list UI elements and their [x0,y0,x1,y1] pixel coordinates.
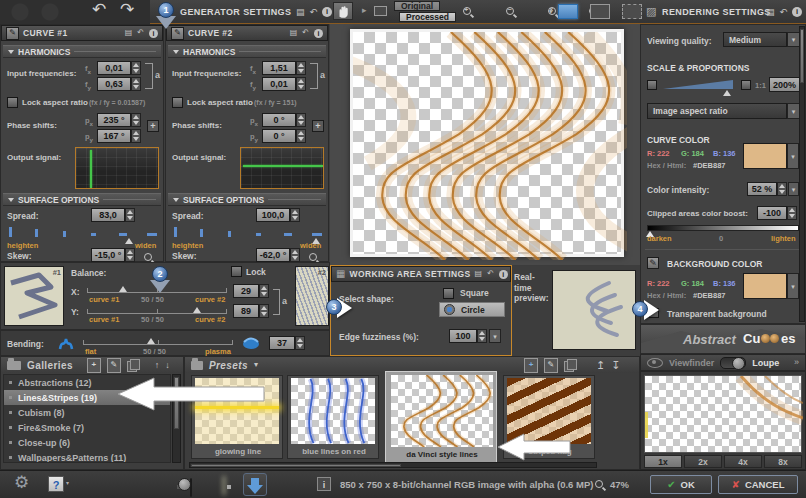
hints-toggle[interactable] [190,478,192,497]
help-button[interactable]: ? [48,476,64,492]
viewfinder-label[interactable]: Viewfinder [669,358,714,368]
freq-autolink-icon[interactable]: a [320,70,325,80]
spread-field[interactable]: 100,0 [256,208,290,222]
px-spinner[interactable] [296,113,306,127]
balance-y-spinner[interactable] [259,304,269,318]
spread-slider[interactable] [172,227,322,239]
gallery-add-icon[interactable]: + [87,358,101,373]
skew-spinner[interactable] [290,248,300,262]
xy-autolink-icon[interactable]: a [282,296,287,306]
panel-reset-icon[interactable]: ↶ [780,8,788,17]
preset-tile[interactable]: blue lines on red [287,375,379,459]
skew-field[interactable]: -15,0 ° [91,248,125,262]
preset-add-icon[interactable]: + [524,358,538,373]
color-intensity-dropdown[interactable]: ▾ [788,182,799,196]
spread-spinner[interactable] [290,208,300,222]
panel-menu-icon[interactable]: ▤ [475,270,483,278]
skew-field[interactable]: -62,0 ° [256,248,290,262]
bg-color-swatch[interactable] [743,273,787,299]
color-intensity-field[interactable]: 52 % [747,182,777,196]
viewfinder-loupe-toggle[interactable] [720,357,746,369]
scale-slider[interactable] [663,78,735,92]
ok-button[interactable]: ✔ OK [650,475,712,494]
spread-spinner[interactable] [125,208,135,222]
phase-plus-button[interactable]: + [312,120,324,132]
loupe-zoom-1x[interactable]: 1x [644,455,682,468]
canvas-image[interactable] [350,29,624,257]
balance-y-slider[interactable] [87,313,227,314]
balance-y-field[interactable]: 89 [233,304,259,318]
background-color-checkbox[interactable]: ✎ [647,257,659,269]
zoom-out-icon[interactable]: − [505,6,518,19]
shape-circle-option[interactable]: Circle [439,302,505,317]
fx-spinner[interactable] [131,61,141,75]
panel-reset-icon[interactable]: ↶ [310,8,318,17]
curve1-harmonics-bar[interactable]: HARMONICS [3,45,161,58]
spread-marker[interactable] [125,238,133,244]
boost-spinner[interactable] [787,206,797,220]
freq-link-bracket[interactable] [310,63,318,89]
actual-size-icon[interactable] [590,4,610,19]
shape-square-option[interactable]: Square [439,286,505,300]
pencil-icon[interactable]: ✎ [6,27,19,40]
curve2-lock-aspect-checkbox[interactable] [172,97,183,108]
loupe-preview[interactable] [644,375,802,453]
freq-link-bracket[interactable] [145,63,153,89]
hand-tool-button[interactable] [333,2,353,20]
preset-download-icon[interactable]: ↧ [611,360,620,371]
fy-field[interactable]: 0,01 [262,77,296,91]
zoom-in-icon[interactable]: + [462,6,475,19]
panel-reset-icon[interactable]: ↶ [302,29,309,37]
curve2-surface-bar[interactable]: SURFACE OPTIONS [168,193,326,206]
boost-field[interactable]: -100 [757,206,787,220]
status-zoom-value[interactable]: 47% [610,479,629,490]
curve-color-swatch[interactable] [743,143,787,169]
preset-copy-icon[interactable] [564,359,576,372]
edge-fuzziness-field[interactable]: 100 [449,329,477,343]
px-spinner[interactable] [131,113,141,127]
panel-menu-icon[interactable]: ▤ [125,29,133,37]
canvas-area[interactable] [330,24,640,265]
panel-menu-icon[interactable]: ▤ [290,29,298,37]
balance-x-marker[interactable] [119,286,127,292]
scale-value-field[interactable]: 200% [769,77,800,92]
panel-info-icon[interactable]: i [792,7,802,17]
loupe-zoom-8x[interactable]: 8x [764,455,802,468]
scale-marker[interactable] [723,90,731,96]
scale-left-checkbox[interactable] [647,80,657,90]
gallery-edit-icon[interactable]: ✎ [107,358,121,373]
panel-info-icon[interactable]: i [314,29,323,38]
balance-lock-checkbox[interactable] [231,266,242,277]
loupe-label[interactable]: Loupe [752,358,779,368]
fx-field[interactable]: 1,51 [262,61,296,75]
gallery-copy-icon[interactable] [127,359,139,372]
balance-y-marker[interactable] [193,307,201,313]
panel-info-icon[interactable]: i [322,7,332,17]
curve2-harmonics-bar[interactable]: HARMONICS [168,45,326,58]
fy-spinner[interactable] [296,77,306,91]
panel-reset-icon[interactable]: ↶ [487,270,494,278]
bending-slider[interactable] [83,344,233,345]
viewing-quality-dropdown[interactable]: Medium [723,32,787,47]
bending-field[interactable]: 37 [269,336,295,350]
balance-x-field[interactable]: 29 [233,284,259,298]
fx-field[interactable]: 0,01 [97,61,131,75]
preset-tile-selected[interactable]: da Vinci style lines [385,371,497,463]
cancel-button[interactable]: ✘ CANCEL [718,475,798,494]
download-button[interactable] [243,473,267,496]
freq-autolink-icon[interactable]: a [155,70,160,80]
undo-button[interactable]: ↶ [92,1,106,18]
fx-spinner[interactable] [296,61,306,75]
panel-menu-icon[interactable]: ▤ [296,8,305,17]
bending-spinner[interactable] [295,336,305,350]
right-panel-scrollbar-thumb[interactable] [800,29,804,83]
edge-fuzziness-dropdown[interactable]: ▾ [489,329,501,343]
fit-window-icon[interactable] [558,4,578,19]
presets-dropdown-icon[interactable]: ▾ [254,361,258,369]
fy-field[interactable]: 0,63 [97,77,131,91]
fy-spinner[interactable] [131,77,141,91]
fit-screen-icon[interactable] [622,4,642,19]
aspect-ratio-dropdown[interactable]: Image aspect ratio [647,103,787,119]
gallery-item[interactable]: Close-up (6) [4,435,170,450]
help-dropdown-icon[interactable]: ▾ [66,480,69,486]
